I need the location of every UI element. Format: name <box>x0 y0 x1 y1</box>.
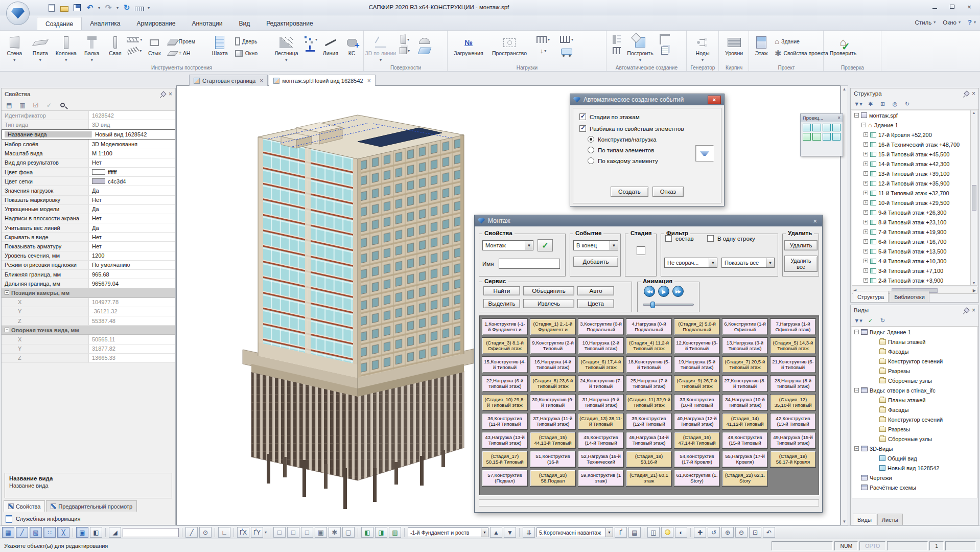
views-tree-item[interactable]: 3D-Виды <box>852 444 977 453</box>
views-tree-item[interactable]: Фасады <box>852 347 977 356</box>
event-cell[interactable]: 43,Нагрузка (13-й Типовый этаж) <box>482 432 528 449</box>
projection-free-icon[interactable] <box>832 133 841 141</box>
retaining-wall-button[interactable] <box>609 34 624 44</box>
projection-left-icon[interactable] <box>812 133 821 141</box>
apply-icon[interactable]: ✓ <box>866 317 875 325</box>
line-button[interactable]: Линия <box>319 32 341 64</box>
close-button[interactable]: × <box>961 1 978 12</box>
property-row[interactable]: Учитывать вес линий Да <box>2 223 175 233</box>
event-cell[interactable]: 9,Конструктив (2-й Типовый <box>530 337 576 354</box>
tab-montage-view[interactable]: монтаж.spf:Новий вид 1628542 × <box>269 75 375 86</box>
event-cell[interactable]: (Стадия_16) 47,14-й Типовый <box>674 432 720 449</box>
zoom-out-button[interactable]: ⊖ <box>735 527 748 538</box>
structure-scrollbar[interactable]: ▲▼ <box>970 110 977 285</box>
tab-start-page[interactable]: Стартовая страница × <box>189 75 268 86</box>
expander-icon[interactable] <box>854 388 859 393</box>
tree-item-floor[interactable]: 15-й Типовый этаж +45,500 <box>852 149 977 159</box>
report-docs-button[interactable] <box>656 45 673 56</box>
views-panel-tab[interactable]: Виды <box>853 514 876 525</box>
event-cell[interactable]: (Стадия_17) 50,15-й Типовый <box>482 451 528 468</box>
event-cell[interactable]: 31,Нагрузка (9-й Типовый этаж) <box>578 394 624 411</box>
ucs-x-button[interactable]: ҐX <box>237 527 249 538</box>
property-row[interactable]: Z 55387.48 <box>2 316 175 326</box>
views-tree-item[interactable]: Сборочные узлы <box>852 376 977 385</box>
stairs-button[interactable]: Лестница <box>272 32 300 64</box>
event-cell[interactable]: 27,Конструктив (8-й Типовый <box>722 375 768 392</box>
delete-button[interactable]: Удалить <box>784 240 818 250</box>
projection-bottom-icon[interactable] <box>823 133 831 141</box>
view-cube-3-button[interactable]: □ <box>301 527 313 538</box>
event-cell[interactable]: 6,Конструктив (1-й Офисный <box>722 318 768 335</box>
loadcases-button[interactable]: №Загружения <box>450 32 487 64</box>
play-button[interactable]: ▶ <box>658 286 669 297</box>
forward-button[interactable]: ▶▶ <box>672 286 684 297</box>
event-cell[interactable]: 39,Конструктив (12-й Типовый <box>626 413 672 430</box>
expander-icon[interactable] <box>854 446 859 451</box>
collapse-mode-select[interactable]: Не сворач...▼ <box>664 258 717 268</box>
nodes-button[interactable]: Ноды <box>689 32 716 64</box>
stage-checkbox[interactable] <box>637 246 645 255</box>
event-cell[interactable]: 7,Нагрузка (1-й Офисный этаж) <box>770 318 816 335</box>
tree-item-floor[interactable]: 11-й Типовый этаж +32,700 <box>852 188 977 198</box>
view-settings-button[interactable]: ✱ <box>329 527 341 538</box>
auto-events-dialog-titlebar[interactable]: Автоматическое создание событий × <box>570 94 724 105</box>
expander-icon[interactable] <box>864 200 868 205</box>
merge-button[interactable]: Объединить <box>523 286 574 295</box>
pin-icon[interactable] <box>964 307 969 313</box>
event-cell[interactable]: 46,Нагрузка (14-й Типовый этаж) <box>626 432 672 449</box>
views-tree-item[interactable]: Разрезы <box>852 424 977 434</box>
radio-icon[interactable] <box>588 136 594 143</box>
property-row[interactable]: Надписи в плоскости экрана Нет <box>2 214 175 223</box>
expander-icon[interactable] <box>864 278 868 283</box>
floor-up-button[interactable]: ▲ <box>490 527 502 538</box>
tree-item-building[interactable]: ⌂ Здание 1 <box>852 120 977 130</box>
checkbox-icon[interactable] <box>579 125 586 132</box>
views-tree-item[interactable]: Планы этажей <box>852 337 977 347</box>
property-row[interactable]: Тип вида 3D вид <box>2 120 175 129</box>
event-cell[interactable]: 3,Конструктив (0-й Подвальный <box>578 318 624 335</box>
event-cell[interactable]: 51,Конструктив (16-й <box>530 451 576 468</box>
property-row[interactable]: Опорная точка вида, мм <box>2 326 175 335</box>
structure-load-radio-row[interactable]: Конструктив/нагрузка <box>588 136 721 143</box>
tree-item-floor[interactable]: 8-й Типовый этаж +23,100 <box>852 217 977 227</box>
screen-mode-button[interactable]: ▣ <box>76 527 88 538</box>
ortho-indicator[interactable]: ОРТО <box>859 541 885 550</box>
levels-button[interactable]: Уровни <box>721 32 746 64</box>
points-button[interactable]: ▾ <box>301 34 318 44</box>
filter-views-icon[interactable]: ▼▾ <box>854 317 862 325</box>
link-icon[interactable]: ⊞ <box>878 100 887 108</box>
tree-item-floor[interactable]: 3-й Типовый этаж +7,100 <box>852 266 977 275</box>
expander-icon[interactable] <box>864 268 868 273</box>
event-cell[interactable]: 25,Нагрузка (7-й Типовый этаж) <box>626 375 672 392</box>
pile-button[interactable]: Свая <box>105 32 125 64</box>
property-row[interactable]: Значения нагрузок Да <box>2 186 175 195</box>
colors-button[interactable]: Цвета <box>577 299 614 308</box>
event-cell[interactable]: (Стадия_20) 58,Подвал <box>530 470 576 487</box>
expander-icon[interactable] <box>864 142 868 147</box>
event-cell[interactable]: (Стадия_2) 5,0-й Подвальный <box>674 318 720 335</box>
loadcase-icon-button[interactable]: ⇊ <box>523 527 535 538</box>
door-button[interactable]: Дверь <box>232 36 271 47</box>
floor-select[interactable]: -1-й Фундамент и роств▼ <box>408 527 488 537</box>
property-row[interactable]: Дальняя граница, мм 965679.04 <box>2 279 175 288</box>
projection-iso-icon[interactable] <box>803 124 811 131</box>
event-cell[interactable]: 13,Нагрузка (3-й Типовый этаж) <box>722 337 768 354</box>
expander-icon[interactable] <box>854 113 859 118</box>
angle-snap-button[interactable]: ◢ <box>109 527 121 538</box>
tree-item-floor[interactable]: 6-й Типовый этаж +16,700 <box>852 237 977 246</box>
filter-tree-icon[interactable]: ▼▾ <box>854 100 862 108</box>
event-cell[interactable]: 15,Конструктив (4-й Типовый <box>482 356 528 373</box>
views-tree-item[interactable]: Виды: Здание 1 <box>852 327 977 337</box>
shaft-button[interactable]: Шахта <box>208 32 231 64</box>
checkbox-icon[interactable] <box>665 235 672 242</box>
column-button[interactable]: Колонна <box>54 32 79 64</box>
property-row[interactable]: Вид для результатов Нет <box>2 158 175 168</box>
building-button[interactable]: ⌂Здание <box>772 36 821 47</box>
surface-panel-button[interactable]: ▾ <box>396 34 413 44</box>
close-tab-icon[interactable]: × <box>367 77 371 84</box>
expander-icon[interactable] <box>864 210 868 215</box>
3d-by-line-button[interactable]: 3D по линии <box>366 32 395 64</box>
group-expander-icon[interactable] <box>5 328 9 332</box>
distributed-load-button[interactable]: ▾ <box>532 34 554 44</box>
expander-icon[interactable] <box>864 132 868 137</box>
